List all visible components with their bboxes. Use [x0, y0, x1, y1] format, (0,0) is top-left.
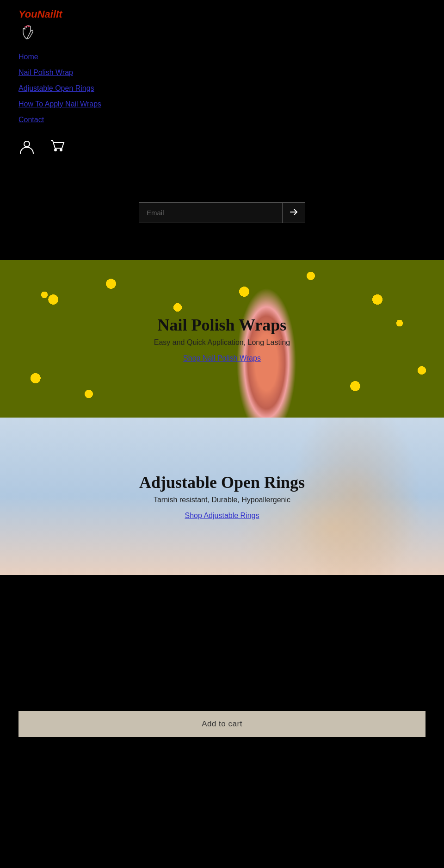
nav-adjustable-rings[interactable]: Adjustable Open Rings: [18, 84, 426, 93]
hero1-title: Nail Polish Wraps: [154, 315, 290, 335]
hero1-content: Nail Polish Wraps Easy and Quick Applica…: [154, 315, 290, 362]
svg-point-2: [28, 26, 30, 27]
hero-nail-wraps: Nail Polish Wraps Easy and Quick Applica…: [0, 260, 444, 418]
brand-name: YouNailIt: [18, 9, 62, 19]
hero2-content: Adjustable Open Rings Tarnish resistant,…: [139, 473, 305, 520]
account-icon: [18, 138, 35, 155]
logo-icon: [18, 21, 62, 44]
logo[interactable]: YouNailIt: [18, 9, 62, 44]
hero-rings: Adjustable Open Rings Tarnish resistant,…: [0, 418, 444, 575]
add-to-cart-button[interactable]: Add to cart: [18, 711, 426, 737]
cart-button[interactable]: [49, 138, 66, 156]
submit-arrow-icon: [289, 207, 298, 217]
product-section: Add to cart: [0, 575, 444, 751]
header: YouNailIt Home Nail Polish: [0, 0, 444, 165]
hero1-shop-link[interactable]: Shop Nail Polish Wraps: [183, 354, 261, 362]
nav-how-to-apply[interactable]: How To Apply Nail Wraps: [18, 100, 426, 108]
cart-icon: [49, 138, 66, 155]
email-form: [139, 202, 305, 223]
svg-point-0: [25, 26, 26, 27]
account-button[interactable]: [18, 138, 35, 156]
svg-point-3: [24, 141, 30, 147]
header-icons: [18, 138, 426, 156]
hero1-subtitle: Easy and Quick Application, Long Lasting: [154, 338, 290, 347]
nav-nail-polish-wrap[interactable]: Nail Polish Wrap: [18, 69, 426, 77]
svg-point-5: [60, 149, 62, 151]
svg-point-4: [55, 149, 56, 151]
hero2-title: Adjustable Open Rings: [139, 473, 305, 492]
main-nav: Home Nail Polish Wrap Adjustable Open Ri…: [18, 53, 426, 124]
email-submit-button[interactable]: [282, 203, 305, 223]
email-section: [0, 165, 444, 260]
hero2-shop-link[interactable]: Shop Adjustable Rings: [185, 512, 259, 519]
logo-area: YouNailIt: [18, 9, 426, 44]
hero2-subtitle: Tarnish resistant, Durable, Hypoallergen…: [139, 496, 305, 504]
email-input[interactable]: [139, 203, 282, 223]
svg-point-1: [26, 25, 28, 26]
nav-contact[interactable]: Contact: [18, 116, 426, 124]
nav-home[interactable]: Home: [18, 53, 426, 61]
